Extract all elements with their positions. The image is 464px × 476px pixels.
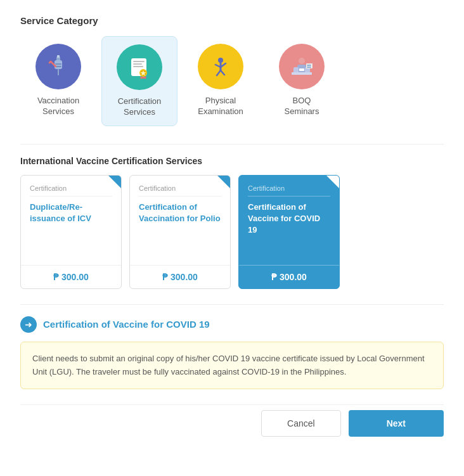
card-polio-name: Certification of Vaccination for Polio	[139, 202, 221, 224]
category-certification[interactable]: CertificationServices	[101, 36, 177, 126]
svg-rect-4	[55, 63, 61, 65]
svg-line-7	[49, 61, 51, 63]
divider-2	[20, 304, 444, 305]
certification-label: CertificationServices	[118, 96, 162, 118]
category-physical[interactable]: PhysicalExamination	[183, 36, 259, 126]
cancel-button[interactable]: Cancel	[261, 410, 341, 437]
card-duplicate-body: Certification Duplicate/Re-issuance of I…	[21, 176, 121, 265]
svg-rect-30	[307, 67, 309, 68]
boq-icon	[279, 44, 325, 89]
card-covid-price: ₱ 300.00	[239, 265, 339, 288]
svg-rect-9	[133, 61, 145, 62]
svg-rect-11	[133, 66, 143, 67]
card-covid-type: Certification	[248, 184, 330, 196]
card-covid-name: Certification of Vaccine for COVID 19	[248, 202, 330, 236]
category-vaccination[interactable]: VaccinationServices	[20, 36, 96, 126]
main-container: Service Category VaccinationServices	[0, 0, 464, 476]
footer-buttons: Cancel Next	[20, 404, 444, 437]
svg-rect-29	[309, 65, 311, 66]
card-polio-type: Certification	[139, 184, 221, 196]
card-covid[interactable]: Certification Certification of Vaccine f…	[238, 175, 340, 289]
card-duplicate-price: ₱ 300.00	[21, 265, 121, 288]
svg-rect-28	[307, 65, 309, 66]
arrow-right-icon: ➜	[20, 316, 37, 333]
svg-line-20	[221, 70, 224, 75]
svg-rect-10	[133, 63, 142, 65]
svg-rect-31	[309, 67, 311, 68]
section-title: Service Category	[20, 15, 444, 26]
subsection-title: International Vaccine Certification Serv…	[20, 156, 444, 166]
svg-rect-2	[57, 55, 60, 58]
physical-label: PhysicalExamination	[198, 96, 243, 117]
selected-service-label: Certification of Vaccine for COVID 19	[43, 319, 210, 330]
card-duplicate-type: Certification	[30, 184, 112, 196]
card-duplicate-name: Duplicate/Re-issuance of ICV	[30, 202, 112, 224]
vaccination-icon	[35, 44, 81, 89]
card-covid-body: Certification Certification of Vaccine f…	[239, 176, 339, 265]
svg-rect-3	[58, 69, 59, 75]
cert-cards-row: Certification Duplicate/Re-issuance of I…	[20, 175, 444, 289]
svg-rect-25	[299, 68, 304, 71]
service-categories: VaccinationServices CertificationService…	[20, 36, 444, 126]
category-boq[interactable]: BOQSeminars	[264, 36, 340, 126]
corner-mark-covid	[326, 176, 339, 188]
corner-mark-duplicate	[108, 176, 121, 188]
info-box: Client needs to submit an original copy …	[20, 342, 444, 390]
svg-line-19	[217, 70, 221, 75]
corner-mark-polio	[217, 176, 230, 188]
card-polio-body: Certification Certification of Vaccinati…	[130, 176, 230, 265]
boq-label: BOQSeminars	[285, 96, 319, 117]
svg-point-21	[299, 58, 305, 64]
card-duplicate[interactable]: Certification Duplicate/Re-issuance of I…	[20, 175, 122, 289]
svg-rect-26	[292, 72, 312, 75]
selected-section: ➜ Certification of Vaccine for COVID 19	[20, 316, 444, 333]
card-polio[interactable]: Certification Certification of Vaccinati…	[129, 175, 231, 289]
vaccination-label: VaccinationServices	[37, 96, 79, 117]
next-button[interactable]: Next	[349, 410, 444, 437]
card-polio-price: ₱ 300.00	[130, 265, 230, 288]
certification-icon	[117, 44, 162, 90]
physical-icon	[198, 44, 243, 89]
divider-1	[20, 144, 444, 145]
